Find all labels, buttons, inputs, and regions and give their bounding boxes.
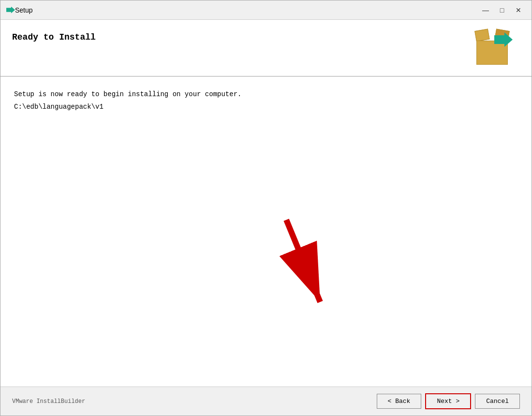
header-section: Ready to Install (0, 20, 532, 77)
footer-buttons: < Back Next > Cancel (377, 393, 520, 409)
install-path-text: C:\edb\languagepack\v1 (14, 103, 518, 111)
window-controls: — □ ✕ (478, 3, 526, 17)
next-button[interactable]: Next > (425, 393, 471, 409)
box-icon (472, 29, 515, 65)
minimize-button[interactable]: — (478, 3, 493, 17)
cancel-button[interactable]: Cancel (475, 394, 520, 409)
window-title: Setup (15, 6, 478, 14)
install-ready-text: Setup is now ready to begin installing o… (14, 90, 518, 98)
box-flap-left (474, 29, 489, 42)
header-icon (472, 29, 520, 67)
title-bar: Setup — □ ✕ (0, 0, 532, 20)
maximize-button[interactable]: □ (495, 3, 509, 17)
svg-line-1 (286, 220, 320, 302)
brand-label: VMware InstallBuilder (12, 398, 377, 405)
footer: VMware InstallBuilder < Back Next > Canc… (0, 387, 532, 416)
close-button[interactable]: ✕ (511, 3, 526, 17)
setup-titlebar-icon (6, 7, 15, 14)
annotation-arrow (257, 210, 344, 319)
back-button[interactable]: < Back (377, 394, 422, 409)
page-title: Ready to Install (12, 32, 96, 42)
setup-window: Setup — □ ✕ Ready to Install S (0, 0, 532, 416)
main-content: Setup is now ready to begin installing o… (0, 77, 532, 387)
teal-arrow-icon (494, 32, 513, 49)
